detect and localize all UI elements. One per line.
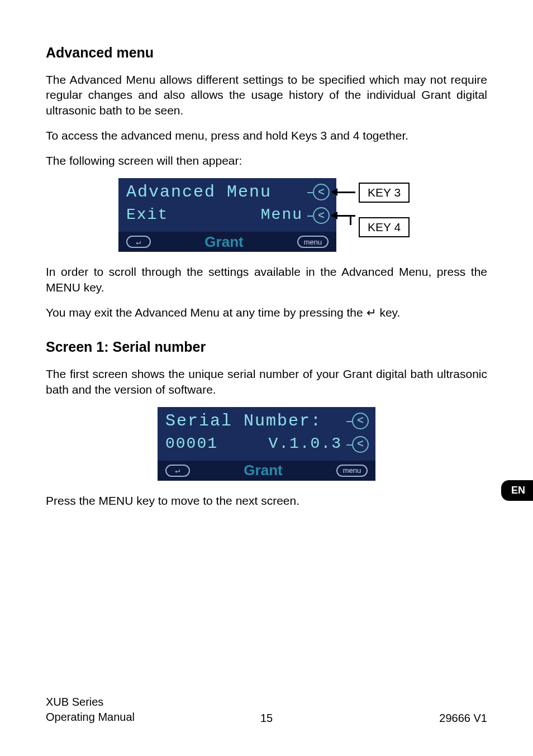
- lcd-brand-bar: ↵ Grant menu: [158, 461, 375, 481]
- enter-button-icon: ↵: [165, 465, 190, 477]
- enter-button-icon: ↵: [126, 236, 151, 248]
- key-3-icon: <: [352, 413, 369, 429]
- arrow-icon: [332, 215, 355, 217]
- key-4-icon: <: [313, 207, 330, 224]
- key-4-label: KEY 4: [359, 217, 410, 237]
- key-callouts: KEY 3 KEY 4: [336, 178, 448, 252]
- chevron-left-icon: <: [357, 438, 364, 451]
- lcd-line-2: 00001 V.1.0.3: [165, 435, 342, 452]
- heading-advanced-menu: Advanced menu: [46, 45, 487, 61]
- page-number: 15: [46, 712, 487, 725]
- lcd-line-1: Serial Number:: [165, 412, 342, 430]
- paragraph: Press the MENU key to move to the next s…: [46, 493, 487, 508]
- chevron-left-icon: <: [357, 414, 364, 427]
- lcd-screen: Advanced Menu Exit Menu < < ↵ Grant menu: [118, 178, 336, 252]
- footer-series: XUB Series: [46, 695, 135, 710]
- lcd-line-2: Exit Menu: [126, 206, 303, 223]
- text: key.: [377, 306, 401, 319]
- page-footer: XUB Series Operating Manual 15 29666 V1: [46, 695, 487, 725]
- lcd-serial-value: 00001: [165, 435, 218, 452]
- lcd-version-value: V.1.0.3: [268, 435, 342, 452]
- lcd-brand-bar: ↵ Grant menu: [118, 232, 336, 252]
- brand-logo: Grant: [190, 462, 336, 479]
- brand-logo: Grant: [151, 233, 297, 251]
- lcd-figure-2: Serial Number: 00001 V.1.0.3 < < ↵ Grant…: [46, 407, 487, 481]
- paragraph: To access the advanced menu, press and h…: [46, 128, 487, 143]
- key-4-icon: <: [352, 436, 369, 453]
- menu-button-icon: menu: [297, 236, 329, 248]
- key-3-label: KEY 3: [359, 183, 410, 203]
- language-tab: EN: [501, 480, 533, 501]
- chevron-left-icon: <: [318, 209, 325, 222]
- return-icon: ↵: [136, 237, 141, 247]
- paragraph: The following screen will then appear:: [46, 153, 487, 168]
- lcd-exit-label: Exit: [126, 206, 168, 223]
- lcd-menu-label: Menu: [261, 206, 303, 223]
- heading-screen-1: Screen 1: Serial number: [46, 339, 487, 355]
- paragraph: The first screen shows the unique serial…: [46, 366, 487, 397]
- chevron-left-icon: <: [318, 186, 325, 199]
- menu-button-icon: menu: [336, 465, 368, 477]
- return-icon: ↵: [175, 465, 180, 476]
- lcd-screen: Serial Number: 00001 V.1.0.3 < < ↵ Grant…: [158, 407, 375, 481]
- paragraph: You may exit the Advanced Menu at any ti…: [46, 305, 487, 320]
- lcd-figure-1: Advanced Menu Exit Menu < < ↵ Grant menu…: [46, 178, 487, 252]
- return-icon: ↵: [367, 306, 377, 319]
- lcd-line-1: Advanced Menu: [126, 183, 303, 202]
- key-3-icon: <: [313, 184, 330, 200]
- paragraph: In order to scroll through the settings …: [46, 264, 487, 295]
- text: You may exit the Advanced Menu at any ti…: [46, 306, 367, 319]
- paragraph: The Advanced Menu allows different setti…: [46, 72, 487, 118]
- arrow-icon: [332, 192, 355, 193]
